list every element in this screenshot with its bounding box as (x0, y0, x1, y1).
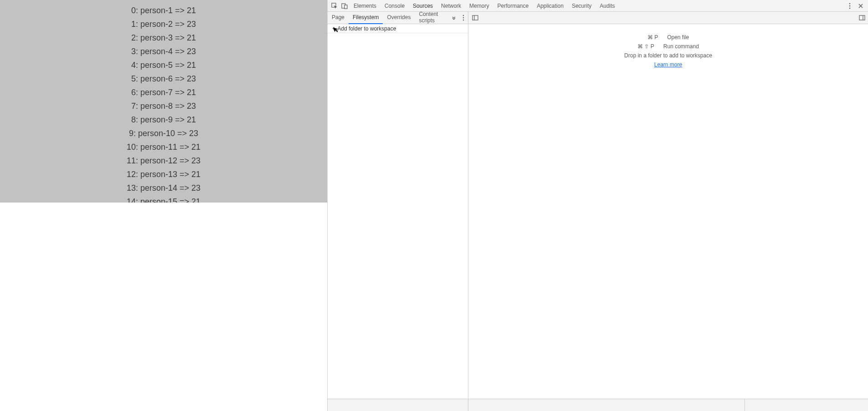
tab-console[interactable]: Console (380, 0, 409, 12)
helper-label: Open file (667, 34, 689, 41)
device-toolbar-icon[interactable] (341, 2, 348, 10)
tab-security[interactable]: Security (568, 0, 596, 12)
helper-label: Run command (663, 43, 699, 50)
tab-audits[interactable]: Audits (596, 0, 619, 12)
log-line: 6: person-7 => 21 (131, 88, 196, 97)
navigator-menu-icon[interactable] (459, 12, 468, 24)
tab-memory[interactable]: Memory (465, 0, 493, 12)
svg-rect-2 (344, 5, 347, 9)
log-line: 11: person-12 => 23 (127, 156, 200, 166)
editor-pane: ⌘ P Open file ⌘ ⇧ P Run command Drop in … (468, 24, 868, 399)
subtab-overrides[interactable]: Overrides (383, 12, 415, 24)
log-line: 4: person-5 => 21 (131, 61, 196, 70)
log-line: 2: person-3 => 21 (131, 33, 196, 43)
devtools-settings-icon[interactable] (846, 2, 853, 10)
devtools-footer (328, 399, 868, 411)
log-line: 9: person-10 => 23 (129, 129, 198, 138)
add-folder-to-workspace[interactable]: + Add folder to workspace (328, 24, 468, 33)
tab-sources[interactable]: Sources (409, 0, 437, 12)
log-line: 13: person-14 => 23 (127, 183, 200, 193)
log-line: 7: person-8 => 23 (131, 101, 196, 111)
helper-open-file: ⌘ P Open file (647, 34, 689, 41)
svg-point-6 (463, 15, 464, 16)
tab-elements[interactable]: Elements (349, 0, 380, 12)
svg-point-3 (849, 3, 851, 4)
subtab-content-scripts[interactable]: Content scripts (415, 12, 449, 24)
tab-application[interactable]: Application (533, 0, 568, 12)
svg-point-4 (849, 5, 851, 6)
page-viewport: 0: person-1 => 21 1: person-2 => 23 2: p… (0, 0, 327, 411)
devtools-panel: Elements Console Sources Network Memory … (327, 0, 868, 411)
log-line: 0: person-1 => 21 (131, 6, 196, 15)
log-line: 8: person-9 => 21 (131, 115, 196, 125)
plus-icon: + (332, 25, 336, 32)
helper-run-command: ⌘ ⇧ P Run command (637, 43, 699, 50)
shortcut-text: ⌘ ⇧ P (637, 43, 654, 50)
log-line: 10: person-11 => 21 (127, 142, 200, 152)
devtools-close-icon[interactable] (857, 2, 864, 10)
devtools-main-tabs: Elements Console Sources Network Memory … (328, 0, 868, 12)
editor-toolbar (468, 12, 868, 24)
svg-point-5 (849, 7, 851, 9)
editor-helper: ⌘ P Open file ⌘ ⇧ P Run command Drop in … (468, 34, 868, 68)
log-line: 5: person-6 => 23 (131, 74, 196, 84)
subtabs-more-icon[interactable] (449, 12, 459, 24)
toggle-navigator-icon[interactable] (472, 15, 478, 21)
footer-col-debugger (745, 399, 868, 411)
helper-learn-more[interactable]: Learn more (654, 61, 682, 68)
helper-drop-hint: Drop in a folder to add to workspace (624, 52, 712, 59)
toggle-debugger-icon[interactable] (859, 15, 865, 21)
log-line: 1: person-2 => 23 (131, 20, 196, 29)
svg-rect-9 (473, 15, 478, 20)
inspect-element-icon[interactable] (331, 2, 338, 10)
subtab-page[interactable]: Page (328, 12, 349, 24)
svg-point-7 (463, 17, 464, 18)
svg-rect-11 (859, 15, 865, 20)
add-folder-label: Add folder to workspace (338, 25, 396, 32)
tab-performance[interactable]: Performance (493, 0, 533, 12)
shortcut-text: ⌘ P (647, 34, 658, 41)
log-line: 12: person-13 => 21 (127, 170, 200, 179)
tab-network[interactable]: Network (437, 0, 465, 12)
page-content: 0: person-1 => 21 1: person-2 => 23 2: p… (0, 0, 327, 203)
footer-col-navigator (328, 399, 468, 411)
sources-body: + Add folder to workspace ⌘ P Open file … (328, 24, 868, 399)
footer-col-editor (468, 399, 745, 411)
sources-subtabs: Page Filesystem Overrides Content script… (328, 12, 868, 24)
navigator-tabs: Page Filesystem Overrides Content script… (328, 12, 468, 24)
filesystem-navigator: + Add folder to workspace (328, 24, 468, 399)
log-line: 14: person-15 => 21 (127, 197, 200, 203)
subtab-filesystem[interactable]: Filesystem (349, 12, 383, 24)
svg-point-8 (463, 20, 464, 20)
log-line: 3: person-4 => 23 (131, 47, 196, 56)
